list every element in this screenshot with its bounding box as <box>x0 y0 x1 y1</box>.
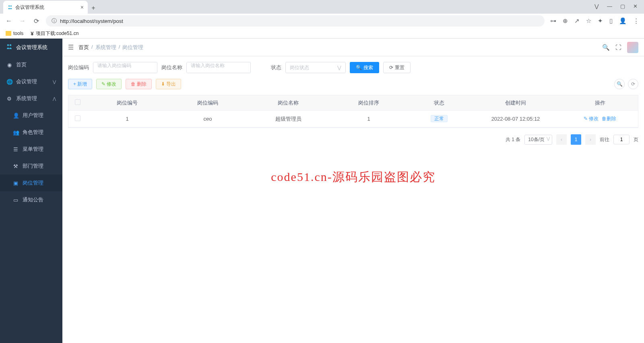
pencil-icon: ✎ <box>584 116 588 121</box>
th-name: 岗位名称 <box>248 99 328 107</box>
refresh-icon: ⟳ <box>389 65 393 70</box>
toolbar-icons: ⊶ ⊕ ↗ ☆ ✦ ▯ 👤 ⋮ <box>550 17 639 25</box>
collapse-sidebar-icon[interactable]: ☰ <box>68 43 74 51</box>
chevron-down-icon: ⋁ <box>547 136 550 141</box>
url-input[interactable]: ⓘ http://localhost/system/post <box>46 15 545 27</box>
status-badge: 正常 <box>431 115 448 122</box>
data-table: 岗位编号 岗位编码 岗位名称 岗位排序 状态 创建时间 操作 1 ceo 超级管… <box>68 95 638 128</box>
sidebar-item-system[interactable]: ⚙ 系统管理 ⋀ <box>0 90 62 107</box>
post-icon: ▣ <box>13 180 19 186</box>
name-input[interactable]: 请输入岗位名称 <box>186 62 251 73</box>
pagesize-select[interactable]: 10条/页 ⋁ <box>524 135 552 145</box>
bookmark-label: tools <box>13 31 23 36</box>
tab-favicon-icon <box>7 4 13 10</box>
svg-point-3 <box>10 44 12 46</box>
sitemap-icon: ⚒ <box>13 163 19 169</box>
export-button[interactable]: ⬇ 导出 <box>156 79 181 89</box>
browser-tab[interactable]: 会议管理系统 × <box>3 1 88 14</box>
forward-button[interactable]: → <box>19 17 27 25</box>
sidebar-item-posts[interactable]: ▣ 岗位管理 <box>0 175 62 191</box>
sidebar-item-notice[interactable]: ▭ 通知公告 <box>0 191 62 208</box>
cell-id: 1 <box>87 116 167 122</box>
zoom-icon[interactable]: ⊕ <box>563 17 568 25</box>
main-area: ☰ 首页 / 系统管理 / 岗位管理 🔍 ⛶ 岗位编码 请输入岗位编码 岗位名称… <box>62 39 644 343</box>
svg-point-2 <box>7 44 9 46</box>
hide-search-button[interactable]: 🔍 <box>614 79 625 89</box>
page-1-button[interactable]: 1 <box>571 134 581 145</box>
reload-button[interactable]: ⟳ <box>32 17 40 25</box>
sidebar-item-menus[interactable]: ☰ 菜单管理 <box>0 141 62 158</box>
sidebar-item-label: 首页 <box>16 61 27 68</box>
search-button[interactable]: 🔍 搜索 <box>350 62 379 73</box>
sidebar-item-depts[interactable]: ⚒ 部门管理 <box>0 158 62 175</box>
delete-button[interactable]: 🗑 删除 <box>126 79 152 89</box>
code-input[interactable]: 请输入岗位编码 <box>93 62 157 73</box>
message-icon: ▭ <box>13 197 19 203</box>
app-name: 会议管理系统 <box>16 44 47 51</box>
goto-suffix: 页 <box>634 136 638 143</box>
th-ops: 操作 <box>562 99 638 107</box>
add-button[interactable]: + 新增 <box>68 79 92 89</box>
svg-point-1 <box>10 5 12 7</box>
refresh-table-button[interactable]: ⟳ <box>628 79 638 89</box>
goto-input[interactable] <box>613 135 630 144</box>
trash-icon: 🗑 <box>602 116 607 121</box>
share-icon[interactable]: ↗ <box>574 17 580 25</box>
key-icon[interactable]: ⊶ <box>550 17 556 25</box>
sidebar-item-label: 菜单管理 <box>23 146 43 153</box>
prev-page-button[interactable]: ‹ <box>556 134 567 145</box>
bookmark-label: 项目下载:code51.cn <box>36 30 79 37</box>
th-sort: 岗位排序 <box>328 99 409 107</box>
sidebar-item-roles[interactable]: 👥 角色管理 <box>0 124 62 141</box>
sidebar-item-label: 通知公告 <box>23 196 43 203</box>
star-icon[interactable]: ☆ <box>586 17 591 25</box>
bookmark-tools[interactable]: tools <box>6 31 23 36</box>
sidebar-item-label: 会议管理 <box>16 78 37 85</box>
breadcrumb: 首页 / 系统管理 / 岗位管理 <box>78 44 143 51</box>
row-edit-button[interactable]: ✎ 修改 <box>584 115 599 122</box>
profile-icon[interactable]: 👤 <box>619 17 627 25</box>
maximize-icon[interactable]: ▢ <box>620 3 625 9</box>
edit-button[interactable]: ✎ 修改 <box>96 79 122 89</box>
breadcrumb-home[interactable]: 首页 <box>78 44 89 51</box>
bookmark-code51[interactable]: ¥ 项目下载:code51.cn <box>31 30 78 37</box>
next-page-button[interactable]: › <box>585 134 596 145</box>
breadcrumb-l2: 岗位管理 <box>122 44 143 51</box>
close-window-icon[interactable]: ✕ <box>633 3 638 9</box>
new-tab-button[interactable]: + <box>88 2 99 14</box>
user-icon: 👤 <box>13 113 19 119</box>
avatar[interactable] <box>627 42 638 53</box>
dropdown-icon[interactable]: ⋁ <box>594 3 599 9</box>
sidebar-header[interactable]: 会议管理系统 <box>0 39 62 56</box>
row-delete-button[interactable]: 🗑删除 <box>602 115 616 122</box>
th-created: 创建时间 <box>469 99 562 107</box>
reset-button[interactable]: ⟳ 重置 <box>383 62 411 73</box>
code-label: 岗位编码 <box>68 64 89 71</box>
minimize-icon[interactable]: ― <box>607 3 612 9</box>
folder-icon <box>6 31 11 36</box>
row-checkbox[interactable] <box>75 115 80 121</box>
name-label: 岗位名称 <box>161 64 182 71</box>
select-all-checkbox[interactable] <box>75 99 80 105</box>
dashboard-icon: ◉ <box>6 62 12 68</box>
trash-icon: 🗑 <box>131 81 136 87</box>
back-button[interactable]: ← <box>5 17 13 25</box>
status-select[interactable]: 岗位状态 ⋁ <box>285 62 346 73</box>
sidebar-item-home[interactable]: ◉ 首页 <box>0 56 62 73</box>
extensions-icon[interactable]: ✦ <box>598 17 603 25</box>
menu-icon[interactable]: ⋮ <box>633 17 639 25</box>
fullscreen-icon[interactable]: ⛶ <box>615 44 621 51</box>
watermark-text: code51.cn-源码乐园盗图必究 <box>271 169 435 185</box>
panel-icon[interactable]: ▯ <box>609 17 613 25</box>
chevron-down-icon: ⋁ <box>337 65 341 70</box>
sidebar-item-meeting[interactable]: 🌐 会议管理 ⋁ <box>0 73 62 90</box>
close-tab-icon[interactable]: × <box>80 4 84 10</box>
url-text: http://localhost/system/post <box>60 18 123 24</box>
sidebar-item-users[interactable]: 👤 用户管理 <box>0 107 62 124</box>
search-icon: 🔍 <box>356 65 362 70</box>
search-icon[interactable]: 🔍 <box>602 44 610 51</box>
site-info-icon[interactable]: ⓘ <box>52 17 57 25</box>
sidebar-item-label: 部门管理 <box>23 162 43 170</box>
breadcrumb-l1[interactable]: 系统管理 <box>95 44 116 51</box>
plus-icon: + <box>73 81 76 87</box>
